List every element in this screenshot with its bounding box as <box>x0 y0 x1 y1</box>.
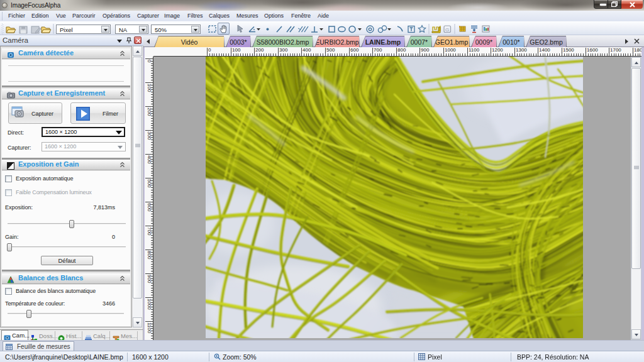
svg-text:G: G <box>445 27 449 33</box>
